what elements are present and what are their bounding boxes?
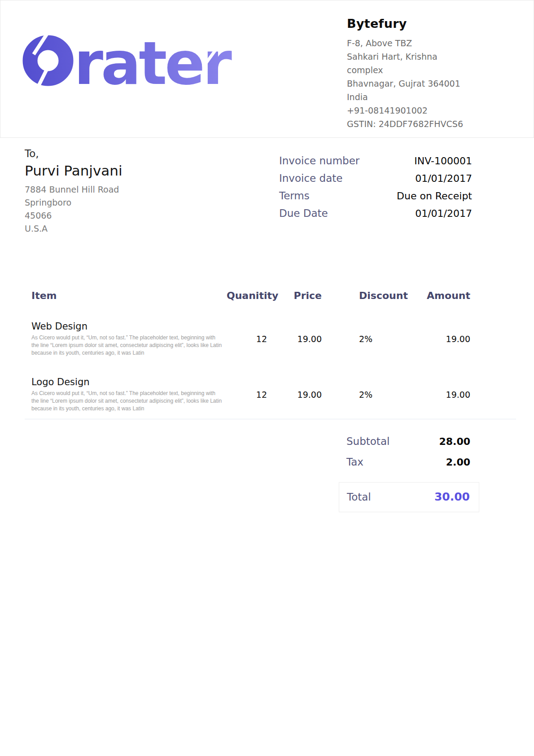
table-bottom-divider (25, 419, 516, 419)
totals-block: Subtotal 28.00 Tax 2.00 Total 30.00 (339, 435, 479, 512)
table-row: Web Design As Cicero would put it, “Um, … (31, 320, 470, 357)
item-discount: 2% (322, 376, 406, 400)
item-quantity: 12 (227, 376, 267, 400)
header-item: Item (31, 290, 227, 301)
subtotal-row: Subtotal 28.00 (339, 435, 479, 447)
customer-address: 7884 Bunnel Hill Road Springboro 45066 U… (25, 183, 123, 235)
tax-value: 2.00 (446, 457, 470, 468)
company-phone: +91-08141901002 (347, 104, 475, 117)
meta-row-terms: Terms Due on Receipt (279, 190, 472, 202)
customer-address-line: 45066 (25, 209, 123, 222)
invoice-page: rater Bytefury F-8, Above TBZ Sahkari Ha… (0, 0, 534, 756)
item-name: Logo Design (31, 376, 227, 388)
table-row: Logo Design As Cicero would put it, “Um,… (31, 376, 470, 413)
total-box: Total 30.00 (339, 482, 479, 512)
invoice-number-value: INV-100001 (414, 155, 472, 167)
customer-address-line: U.S.A (25, 222, 123, 235)
item-amount: 19.00 (406, 320, 470, 344)
invoice-date-value: 01/01/2017 (415, 173, 472, 184)
company-block: Bytefury F-8, Above TBZ Sahkari Hart, Kr… (347, 17, 475, 137)
meta-row-invoice-number: Invoice number INV-100001 (279, 155, 472, 167)
total-value: 30.00 (434, 490, 470, 503)
invoice-meta-block: Invoice number INV-100001 Invoice date 0… (279, 155, 472, 235)
crater-ring-mark (30, 43, 66, 79)
company-address-line: F-8, Above TBZ (347, 36, 475, 50)
bill-to-label: To, (25, 148, 123, 159)
company-gstin: GSTIN: 24DDF7682FHVCS6 (347, 117, 475, 131)
header-price: Price (267, 290, 322, 301)
tax-label: Tax (346, 456, 363, 468)
item-description: As Cicero would put it, “Um, not so fast… (31, 390, 222, 413)
crater-logo-icon: rater (22, 18, 233, 88)
customer-address-line: 7884 Bunnel Hill Road (25, 183, 123, 196)
item-price: 19.00 (267, 320, 322, 344)
item-description: As Cicero would put it, “Um, not so fast… (31, 334, 222, 357)
company-name: Bytefury (347, 17, 475, 31)
header-amount: Amount (406, 290, 470, 301)
terms-label: Terms (279, 190, 310, 202)
header-discount: Discount (322, 290, 406, 301)
customer-address-line: Springboro (25, 196, 123, 209)
billing-meta-row: To, Purvi Panjvani 7884 Bunnel Hill Road… (0, 138, 534, 235)
item-amount: 19.00 (406, 376, 470, 400)
due-date-label: Due Date (279, 207, 328, 219)
items-table: Item Quanitity Price Discount Amount Web… (31, 290, 470, 419)
subtotal-value: 28.00 (439, 436, 470, 447)
item-cell: Logo Design As Cicero would put it, “Um,… (31, 376, 227, 413)
meta-row-due-date: Due Date 01/01/2017 (279, 207, 472, 219)
terms-value: Due on Receipt (397, 190, 472, 202)
meta-row-invoice-date: Invoice date 01/01/2017 (279, 172, 472, 184)
invoice-number-label: Invoice number (279, 155, 359, 167)
item-quantity: 12 (227, 320, 267, 344)
subtotal-label: Subtotal (346, 435, 390, 447)
company-address-line: Sahkari Hart, Krishna complex (347, 50, 475, 77)
due-date-value: 01/01/2017 (415, 208, 472, 219)
bill-to-block: To, Purvi Panjvani 7884 Bunnel Hill Road… (25, 144, 123, 235)
invoice-date-label: Invoice date (279, 172, 342, 184)
items-table-header: Item Quanitity Price Discount Amount (31, 290, 470, 301)
item-cell: Web Design As Cicero would put it, “Um, … (31, 320, 227, 357)
item-name: Web Design (31, 320, 227, 333)
tax-row: Tax 2.00 (339, 456, 479, 468)
item-discount: 2% (322, 320, 406, 344)
invoice-header: rater Bytefury F-8, Above TBZ Sahkari Ha… (0, 0, 534, 138)
company-address-line: India (347, 90, 475, 104)
item-price: 19.00 (267, 376, 322, 400)
company-address-line: Bhavnagar, Gujrat 364001 (347, 77, 475, 90)
total-label: Total (347, 491, 371, 503)
crater-logo: rater (22, 18, 233, 137)
customer-name: Purvi Panjvani (25, 163, 123, 179)
header-quantity: Quanitity (227, 290, 267, 301)
